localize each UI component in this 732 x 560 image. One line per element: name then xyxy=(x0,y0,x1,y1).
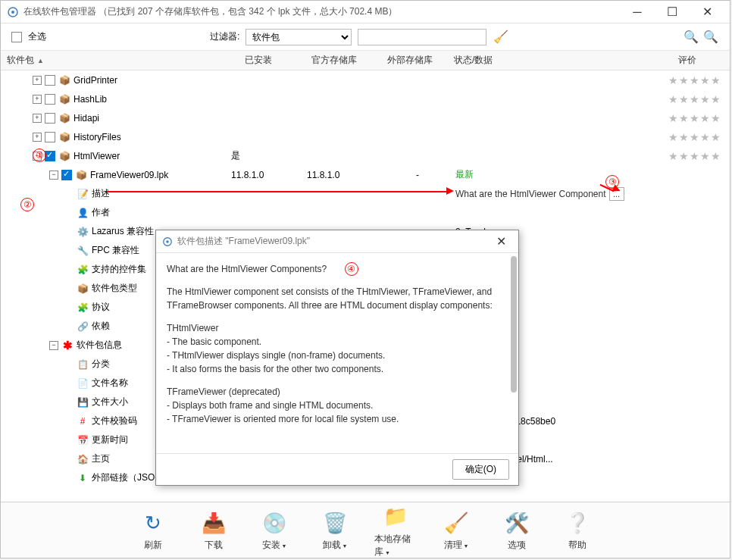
refresh-button[interactable]: ↻刷新 xyxy=(132,508,174,552)
file-icon: 📄 xyxy=(77,377,89,389)
package-icon: 📦 xyxy=(58,93,70,105)
doc-icon: 📝 xyxy=(77,188,89,200)
maximize-button[interactable]: ☐ xyxy=(655,2,689,23)
uninstall-button[interactable]: 🗑️卸载▼ xyxy=(314,508,356,552)
package-row: +📦HashLib ★★★★★ xyxy=(1,89,730,108)
package-icon: 📦 xyxy=(58,112,70,124)
cleanup-button[interactable]: 🧹清理▼ xyxy=(435,508,477,552)
package-icon: 📦 xyxy=(58,150,70,162)
expand-toggle[interactable]: + xyxy=(33,114,42,123)
help-button[interactable]: ❔帮助 xyxy=(556,508,599,552)
annotation-arrowhead xyxy=(446,187,454,195)
pkg-checkbox[interactable] xyxy=(61,170,72,180)
box-icon: 📦 xyxy=(77,283,89,295)
col-rating-header[interactable]: 评价 xyxy=(645,54,730,67)
sort-asc-icon: ▲ xyxy=(37,57,44,64)
hash-icon: # xyxy=(77,415,89,427)
broom-icon[interactable]: 🧹 xyxy=(493,29,509,45)
asterisk-icon: ✱ xyxy=(61,339,74,352)
window-title: 在线软件包管理器 （已找到 207 个存储库软件包，包含 342 个 lpk 文… xyxy=(23,5,397,18)
lpk-icon: 📦 xyxy=(75,169,87,181)
expand-toggle[interactable]: + xyxy=(33,95,42,104)
chevron-down-icon: ▼ xyxy=(385,550,390,555)
fpc-icon: 🔧 xyxy=(77,245,89,257)
localrepo-button[interactable]: 📁本地存储库▼ xyxy=(374,502,417,558)
lpk-file-row: −📦FrameViewer09.lpk 11.8.1.0 11.8.1.0 - … xyxy=(1,165,730,184)
status-latest: 最新 xyxy=(455,168,652,181)
collapse-toggle[interactable]: − xyxy=(49,341,58,350)
app-icon xyxy=(162,236,173,247)
dialog-body[interactable]: What are the HtmlViewer Components? ④ Th… xyxy=(156,253,518,453)
rating-stars[interactable]: ★★★★★ xyxy=(668,74,721,86)
pkg-checkbox[interactable] xyxy=(45,132,55,142)
filter-type-select[interactable]: 软件包 xyxy=(246,29,352,45)
titlebar: 在线软件包管理器 （已找到 207 个存储库软件包，包含 342 个 lpk 文… xyxy=(1,1,730,23)
dialog-question: What are the HtmlViewer Components? xyxy=(167,264,327,274)
dialog-scrollbar[interactable] xyxy=(511,256,517,393)
select-all-label: 全选 xyxy=(28,30,46,43)
annotation-4: ④ xyxy=(345,262,358,276)
package-row-htmlviewer: −📦HtmlViewer 是 ★★★★★ xyxy=(1,146,730,165)
pkg-checkbox[interactable] xyxy=(45,151,55,161)
rating-stars[interactable]: ★★★★★ xyxy=(668,112,721,124)
column-headers: 软件包▲ 已安装 官方存储库 外部存储库 状态/数据 评价 xyxy=(1,51,730,70)
filter-text-input[interactable] xyxy=(358,29,486,45)
list-icon: 📋 xyxy=(77,358,89,371)
link-icon: 🔗 xyxy=(77,321,89,333)
close-button[interactable]: ✕ xyxy=(690,2,724,23)
download-button[interactable]: 📥下载 xyxy=(192,508,235,552)
filter-bar: 全选 过滤器: 软件包 🧹 🔍 🔍 xyxy=(1,23,730,51)
size-icon: 💾 xyxy=(77,396,89,408)
pkg-checkbox[interactable] xyxy=(45,113,55,124)
package-row: +📦HistoryFiles ★★★★★ xyxy=(1,127,730,146)
person-icon: 👤 xyxy=(77,207,89,219)
package-icon: 📦 xyxy=(58,131,70,143)
prop-author: 👤作者 xyxy=(1,203,730,222)
package-row: +📦Hidapi ★★★★★ xyxy=(1,108,730,127)
search-icon[interactable]: 🔍 xyxy=(702,29,719,45)
puzzle-icon: 🧩 xyxy=(77,302,89,314)
download-icon: ⬇ xyxy=(77,472,89,484)
dialog-footer: 确定(O) xyxy=(156,453,518,485)
rating-stars[interactable]: ★★★★★ xyxy=(668,93,721,105)
install-button[interactable]: 💿安装▼ xyxy=(253,508,296,552)
chevron-down-icon: ▼ xyxy=(464,543,469,549)
calendar-icon: 📅 xyxy=(77,434,89,446)
package-row: +📦GridPrinter ★★★★★ xyxy=(1,70,730,89)
rating-stars[interactable]: ★★★★★ xyxy=(668,150,721,162)
chevron-down-icon: ▼ xyxy=(282,543,287,549)
col-installed-header[interactable]: 已安装 xyxy=(221,54,296,67)
gear-icon: ⚙️ xyxy=(77,226,89,238)
dialog-title-text: 软件包描述 "FrameViewer09.lpk" xyxy=(177,235,310,248)
expand-toggle[interactable]: + xyxy=(33,133,42,142)
bottom-toolbar: ↻刷新 📥下载 💿安装▼ 🗑️卸载▼ 📁本地存储库▼ 🧹清理▼ 🛠️选项 ❔帮助 xyxy=(1,502,730,558)
pkg-checkbox[interactable] xyxy=(45,94,55,105)
app-icon xyxy=(7,6,19,18)
options-button[interactable]: 🛠️选项 xyxy=(496,508,538,552)
minimize-button[interactable]: ─ xyxy=(621,2,654,23)
svg-point-1 xyxy=(11,11,14,14)
package-icon: 📦 xyxy=(58,74,70,86)
col-status-header[interactable]: 状态/数据 xyxy=(448,54,645,67)
dialog-close-button[interactable]: ✕ xyxy=(490,233,512,250)
col-external-header[interactable]: 外部存储库 xyxy=(372,54,448,67)
home-icon: 🏠 xyxy=(77,453,89,465)
collapse-toggle[interactable]: − xyxy=(49,171,58,180)
expand-toggle[interactable]: + xyxy=(33,76,42,85)
description-dialog: 软件包描述 "FrameViewer09.lpk" ✕ What are the… xyxy=(155,230,519,486)
annotation-arrow xyxy=(107,191,448,192)
widget-icon: 🧩 xyxy=(77,264,89,276)
select-all-checkbox[interactable] xyxy=(11,32,22,42)
col-official-header[interactable]: 官方存储库 xyxy=(296,54,372,67)
svg-point-3 xyxy=(166,240,169,243)
dialog-titlebar: 软件包描述 "FrameViewer09.lpk" ✕ xyxy=(156,230,518,253)
col-name-header[interactable]: 软件包▲ xyxy=(1,54,221,67)
ok-button[interactable]: 确定(O) xyxy=(452,459,509,480)
dialog-p1: The HtmlViewer component set consists of… xyxy=(167,285,508,312)
add-search-icon[interactable]: 🔍 xyxy=(683,29,699,45)
collapse-toggle[interactable]: − xyxy=(33,152,42,161)
pkg-checkbox[interactable] xyxy=(45,75,55,86)
rating-stars[interactable]: ★★★★★ xyxy=(668,131,721,143)
chevron-down-icon: ▼ xyxy=(343,543,348,549)
filter-label: 过滤器: xyxy=(210,30,239,43)
